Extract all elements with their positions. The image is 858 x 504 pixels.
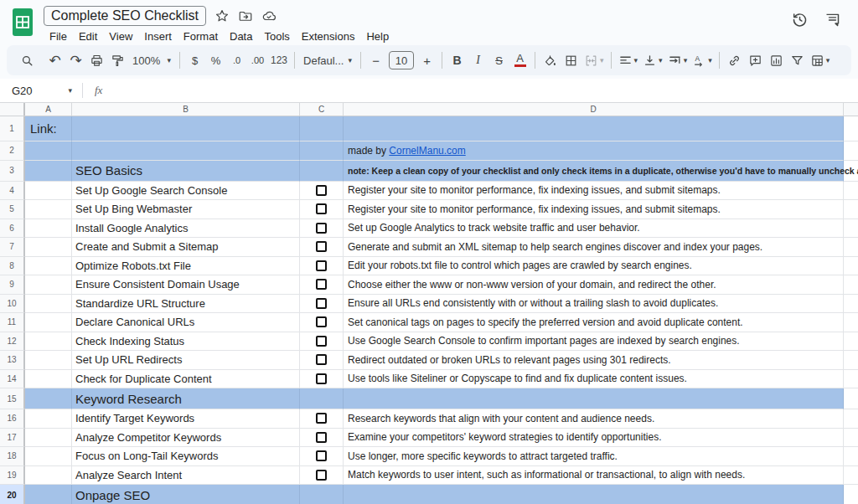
cell-C5[interactable] bbox=[300, 200, 344, 219]
cell-C14[interactable] bbox=[300, 370, 344, 389]
table-tools-icon[interactable]: ▾ bbox=[808, 49, 833, 71]
cell-D11[interactable]: Set canonical tags on pages to specify t… bbox=[344, 313, 844, 332]
row-header-19[interactable]: 19 bbox=[0, 466, 25, 486]
cell-D3[interactable]: note: Keep a clean copy of your checklis… bbox=[344, 161, 844, 182]
cell-E7[interactable] bbox=[844, 238, 858, 257]
cell-E16[interactable] bbox=[844, 409, 858, 429]
cell-C19[interactable] bbox=[300, 466, 344, 486]
menu-help[interactable]: Help bbox=[360, 28, 395, 45]
cell-C15[interactable] bbox=[300, 388, 344, 409]
checkbox[interactable] bbox=[316, 470, 327, 481]
checkbox[interactable] bbox=[316, 450, 327, 461]
cell-A13[interactable] bbox=[25, 351, 72, 370]
cell-A11[interactable] bbox=[25, 313, 72, 332]
row-header-1[interactable]: 1 bbox=[0, 116, 25, 141]
cell-E3[interactable] bbox=[844, 161, 858, 182]
strikethrough-button[interactable]: S bbox=[488, 49, 509, 71]
move-to-folder-icon[interactable] bbox=[238, 8, 253, 23]
cell-D18[interactable]: Use longer, more specific keywords to at… bbox=[344, 447, 844, 466]
cell-B5[interactable]: Set Up Bing Webmaster bbox=[72, 200, 300, 219]
row-header-4[interactable]: 4 bbox=[0, 182, 25, 201]
checkbox[interactable] bbox=[316, 316, 327, 327]
row-header-12[interactable]: 12 bbox=[0, 332, 25, 352]
borders-icon[interactable] bbox=[561, 49, 581, 71]
cell-B13[interactable]: Set Up URL Redirects bbox=[72, 351, 300, 370]
increase-decimal-button[interactable]: .00 bbox=[247, 49, 268, 71]
cell-D16[interactable]: Research keywords that align with your c… bbox=[344, 409, 844, 429]
cell-B17[interactable]: Analyze Competitor Keywords bbox=[72, 429, 300, 448]
cell-C2[interactable] bbox=[300, 141, 344, 161]
cell-A20[interactable] bbox=[25, 485, 72, 504]
cell-C17[interactable] bbox=[300, 429, 344, 448]
cell-A15[interactable] bbox=[25, 388, 72, 409]
cell-E10[interactable] bbox=[844, 295, 858, 314]
cell-A1[interactable]: Link: bbox=[25, 116, 72, 141]
cell-E20[interactable] bbox=[844, 485, 858, 504]
cell-D8[interactable]: Edit your robots.txt file to control whi… bbox=[344, 257, 844, 276]
cell-D17[interactable]: Examine your competitors' keyword strate… bbox=[344, 429, 844, 448]
row-header-10[interactable]: 10 bbox=[0, 295, 25, 314]
checkbox[interactable] bbox=[316, 223, 327, 234]
font-size-input[interactable]: 10 bbox=[389, 51, 414, 69]
cell-A19[interactable] bbox=[25, 466, 72, 486]
cell-E12[interactable] bbox=[844, 332, 858, 352]
cell-B14[interactable]: Check for Duplicate Content bbox=[72, 370, 300, 389]
search-menus-icon[interactable] bbox=[17, 49, 38, 71]
row-header-3[interactable]: 3 bbox=[0, 161, 25, 182]
row-header-17[interactable]: 17 bbox=[0, 429, 25, 448]
cell-E18[interactable] bbox=[844, 447, 858, 466]
cell-A14[interactable] bbox=[25, 370, 72, 389]
checkbox[interactable] bbox=[316, 279, 327, 290]
menu-file[interactable]: File bbox=[44, 28, 73, 45]
text-color-button[interactable]: A bbox=[509, 49, 530, 71]
insert-comment-icon[interactable] bbox=[745, 49, 766, 71]
create-filter-icon[interactable] bbox=[787, 49, 808, 71]
cell-C20[interactable] bbox=[300, 485, 344, 504]
cell-D19[interactable]: Match keywords to user intent, such as i… bbox=[344, 466, 844, 486]
cell-D4[interactable]: Register your site to monitor performanc… bbox=[344, 182, 844, 201]
menu-format[interactable]: Format bbox=[178, 28, 224, 45]
row-header-8[interactable]: 8 bbox=[0, 257, 25, 276]
column-header-b[interactable]: B bbox=[72, 103, 300, 116]
cell-A3[interactable] bbox=[25, 161, 72, 182]
font-family-select[interactable]: Defaul...▾ bbox=[299, 49, 356, 71]
row-header-5[interactable]: 5 bbox=[0, 200, 25, 219]
menu-insert[interactable]: Insert bbox=[138, 28, 178, 45]
cell-A9[interactable] bbox=[25, 275, 72, 295]
italic-button[interactable]: I bbox=[468, 49, 488, 71]
cell-B10[interactable]: Standardize URL Structure bbox=[72, 295, 300, 314]
cell-D13[interactable]: Redirect outdated or broken URLs to rele… bbox=[344, 351, 844, 370]
horizontal-align-icon[interactable]: ▾ bbox=[616, 49, 641, 71]
menu-edit[interactable]: Edit bbox=[73, 28, 103, 45]
column-header-d[interactable]: D bbox=[344, 103, 844, 116]
column-header-a[interactable]: A bbox=[25, 103, 72, 116]
credit-link[interactable]: CornelManu.com bbox=[389, 145, 465, 157]
decrease-font-size-button[interactable]: − bbox=[365, 49, 386, 71]
cell-E1[interactable] bbox=[844, 116, 858, 141]
cell-E5[interactable] bbox=[844, 200, 858, 219]
cell-D20[interactable] bbox=[344, 485, 844, 504]
format-currency-button[interactable]: $ bbox=[184, 49, 205, 71]
cell-B15[interactable]: Keyword Research bbox=[72, 388, 300, 409]
print-icon[interactable] bbox=[86, 49, 107, 71]
sheets-logo-icon[interactable] bbox=[10, 7, 35, 39]
cell-E14[interactable] bbox=[844, 370, 858, 389]
checkbox[interactable] bbox=[316, 432, 327, 443]
cell-B20[interactable]: Onpage SEO bbox=[72, 485, 300, 504]
row-header-14[interactable]: 14 bbox=[0, 370, 25, 389]
checkbox[interactable] bbox=[316, 203, 327, 214]
checkbox[interactable] bbox=[316, 241, 327, 252]
cell-B11[interactable]: Declare Canonical URLs bbox=[72, 313, 300, 332]
cell-A2[interactable] bbox=[25, 141, 72, 161]
cell-A17[interactable] bbox=[25, 429, 72, 448]
cell-A4[interactable] bbox=[25, 182, 72, 201]
cell-E2[interactable] bbox=[844, 141, 858, 161]
cell-E19[interactable] bbox=[844, 466, 858, 486]
cell-C7[interactable] bbox=[300, 238, 344, 257]
cell-E8[interactable] bbox=[844, 257, 858, 276]
cell-B8[interactable]: Optimize Robots.txt File bbox=[72, 257, 300, 276]
cell-E15[interactable] bbox=[844, 388, 858, 409]
checkbox[interactable] bbox=[316, 185, 327, 196]
cell-C12[interactable] bbox=[300, 332, 344, 352]
checkbox[interactable] bbox=[316, 260, 327, 271]
